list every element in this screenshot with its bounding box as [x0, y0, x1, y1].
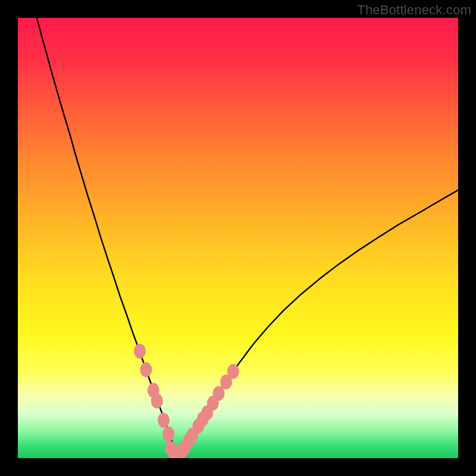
- data-point: [151, 393, 163, 408]
- chart-background: [18, 18, 458, 458]
- chart-frame: TheBottleneck.com: [0, 0, 476, 476]
- chart-svg: [18, 18, 458, 458]
- data-point: [212, 386, 224, 401]
- data-point: [140, 362, 152, 377]
- plot-area: [18, 18, 458, 458]
- data-point: [227, 364, 239, 379]
- watermark-text: TheBottleneck.com: [357, 2, 471, 18]
- data-point: [134, 344, 146, 359]
- data-point: [162, 427, 174, 441]
- data-point: [158, 413, 170, 428]
